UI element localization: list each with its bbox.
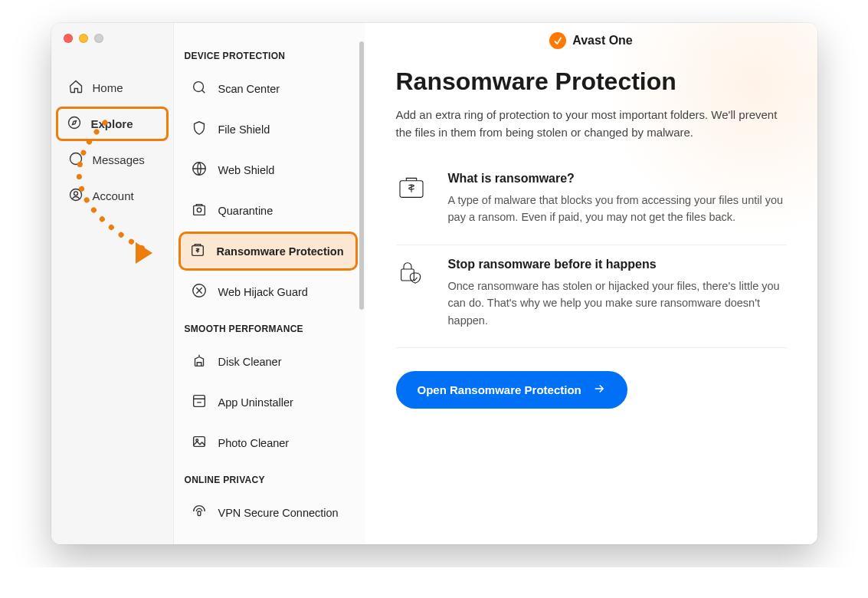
sidebar-item-messages[interactable]: Messages: [57, 143, 167, 177]
explore-item-label: App Uninstaller: [218, 396, 293, 409]
search-icon: [191, 79, 208, 98]
sidebar-item-label: Account: [93, 189, 134, 202]
svg-point-2: [70, 189, 81, 201]
explore-item-vpn[interactable]: VPN Secure Connection: [180, 493, 356, 532]
section-header-smooth-performance: SMOOTH PERFORMANCE: [174, 313, 362, 340]
compass-icon: [67, 115, 82, 133]
account-icon: [68, 187, 84, 205]
briefcase-dollar-icon: [396, 172, 430, 226]
brand-header: Avast One: [396, 32, 787, 49]
sidebar-item-explore[interactable]: Explore: [56, 107, 169, 141]
explore-item-disk-cleaner[interactable]: Disk Cleaner: [180, 342, 356, 381]
explore-item-web-shield[interactable]: Web Shield: [180, 150, 356, 189]
minimize-window-button[interactable]: [79, 34, 88, 43]
globe-icon: [191, 160, 208, 179]
ransom-icon: [189, 242, 206, 261]
svg-point-4: [193, 82, 203, 92]
explore-item-label: Quarantine: [218, 205, 274, 217]
explore-item-photo-cleaner[interactable]: Photo Cleaner: [180, 423, 356, 462]
app-window: Home Explore Messages Account DEVICE PRO…: [51, 23, 817, 544]
explore-item-data-breach[interactable]: Data Breach Monitoring: [180, 534, 356, 544]
info-block-stop: Stop ransomware before it happens Once r…: [396, 248, 787, 344]
window-traffic-lights: [64, 34, 103, 43]
sidebar-item-label: Home: [93, 81, 123, 94]
open-ransomware-protection-button[interactable]: Open Ransomware Protection: [396, 371, 627, 409]
sidebar-item-label: Messages: [93, 153, 145, 166]
explore-item-label: File Shield: [218, 123, 270, 136]
svg-rect-13: [198, 511, 201, 516]
info-body: Once ransomware has stolen or hijacked y…: [448, 278, 787, 329]
main-content: Avast One Ransomware Protection Add an e…: [365, 23, 817, 544]
info-body: A type of malware that blocks you from a…: [448, 192, 787, 226]
breach-icon: [191, 544, 208, 544]
explore-item-quarantine[interactable]: Quarantine: [180, 191, 356, 230]
explore-item-app-uninstaller[interactable]: App Uninstaller: [180, 383, 356, 422]
info-block-what-is: What is ransomware? A type of malware th…: [396, 163, 787, 242]
explore-item-label: Web Hijack Guard: [218, 286, 308, 298]
explore-item-scan-center[interactable]: Scan Center: [180, 69, 356, 108]
section-header-device-protection: DEVICE PROTECTION: [174, 40, 362, 67]
disk-cleaner-icon: [191, 352, 208, 371]
explore-item-label: Scan Center: [218, 83, 280, 95]
quarantine-icon: [191, 201, 208, 220]
home-icon: [68, 79, 84, 97]
sidebar-item-home[interactable]: Home: [57, 71, 167, 105]
messages-icon: [68, 151, 84, 169]
zoom-window-button[interactable]: [94, 34, 103, 43]
arrow-right-icon: [592, 382, 606, 398]
svg-rect-11: [193, 437, 205, 447]
uninstaller-icon: [191, 393, 208, 412]
vpn-icon: [191, 503, 208, 522]
info-heading: What is ransomware?: [448, 172, 787, 186]
shield-icon: [191, 120, 208, 139]
explore-item-ransomware-protection[interactable]: Ransomware Protection: [179, 232, 358, 271]
explore-item-label: Photo Cleaner: [218, 437, 290, 449]
explore-item-label: Web Shield: [218, 164, 275, 176]
hijack-guard-icon: [191, 282, 208, 301]
divider: [396, 245, 787, 245]
svg-point-7: [197, 208, 201, 212]
avast-logo-icon: [549, 32, 566, 49]
svg-point-0: [68, 117, 80, 129]
sidebar-item-label: Explore: [91, 117, 133, 130]
primary-sidebar: Home Explore Messages Account: [51, 23, 174, 544]
info-heading: Stop ransomware before it happens: [448, 258, 787, 271]
svg-rect-6: [193, 205, 205, 215]
divider: [396, 347, 787, 348]
svg-point-3: [74, 192, 77, 196]
explore-scroll-area[interactable]: DEVICE PROTECTION Scan Center File Shiel…: [174, 40, 365, 544]
photo-icon: [191, 433, 208, 452]
section-header-online-privacy: ONLINE PRIVACY: [174, 464, 362, 491]
page-title: Ransomware Protection: [396, 67, 787, 96]
explore-item-file-shield[interactable]: File Shield: [180, 110, 356, 149]
page-subtitle: Add an extra ring of protection to your …: [396, 107, 787, 141]
explore-item-web-hijack-guard[interactable]: Web Hijack Guard: [180, 272, 356, 311]
explore-item-label: VPN Secure Connection: [218, 507, 339, 519]
lock-shield-icon: [396, 258, 430, 329]
explore-panel: DEVICE PROTECTION Scan Center File Shiel…: [174, 23, 365, 544]
explore-item-label: Disk Cleaner: [218, 356, 282, 368]
button-label: Open Ransomware Protection: [418, 383, 581, 396]
sidebar-item-account[interactable]: Account: [57, 179, 167, 213]
brand-name: Avast One: [572, 34, 633, 48]
svg-rect-10: [193, 396, 205, 407]
close-window-button[interactable]: [64, 34, 73, 43]
explore-item-label: Ransomware Protection: [217, 245, 344, 258]
svg-rect-16: [401, 269, 414, 281]
